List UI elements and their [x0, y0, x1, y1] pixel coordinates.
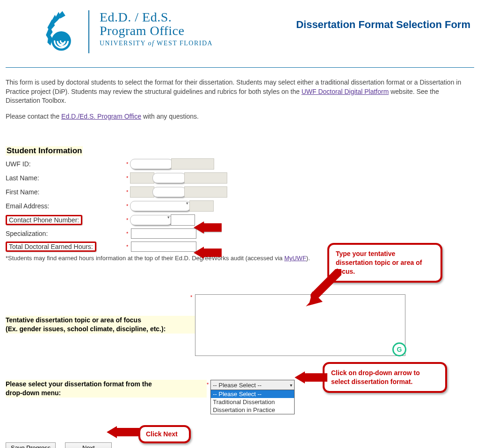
- chevron-down-icon: ▾: [290, 383, 292, 388]
- callout-next: Click Next: [138, 425, 191, 443]
- format-label-1: Please select your dissertation format f…: [6, 380, 152, 388]
- next-button[interactable]: Next: [65, 442, 112, 448]
- callout-format: Click on drop-down arrow to select disse…: [323, 362, 447, 393]
- row-email: Email Address: * ▾: [6, 200, 474, 212]
- logo-block: Ed.D. / Ed.S. Program Office UNIVERSITY …: [6, 6, 213, 53]
- dropdown-option-0[interactable]: -- Please Select --: [211, 390, 294, 398]
- label-specialization: Specialization:: [6, 230, 126, 237]
- row-uwf-id: UWF ID: *: [6, 158, 474, 170]
- label-hours: Total Doctoral Earned Hours:: [9, 243, 93, 250]
- caret-icon: ▾: [186, 201, 188, 206]
- specialization-input[interactable]: [131, 228, 196, 239]
- link-doctoral-platform[interactable]: UWF Doctoral Digital Platform: [302, 88, 389, 95]
- hours-input[interactable]: [131, 242, 196, 252]
- row-specialization: Specialization: *: [6, 228, 474, 239]
- uwf-id-input[interactable]: [130, 159, 173, 169]
- univ-post: WEST FLORIDA: [154, 40, 213, 47]
- required-icon: *: [126, 161, 128, 167]
- hours-highlight: Total Doctoral Earned Hours:: [6, 242, 96, 252]
- last-name-input[interactable]: [152, 173, 186, 183]
- required-icon: *: [190, 294, 192, 300]
- dropdown-option-2[interactable]: Dissertation in Practice: [211, 406, 294, 414]
- topic-textarea[interactable]: [195, 294, 405, 356]
- page-title: Dissertation Format Selection Form: [296, 6, 474, 31]
- label-phone: Contact Phone Number:: [9, 216, 79, 224]
- row-first-name: First Name: *: [6, 186, 474, 198]
- label-uwf-id: UWF ID:: [6, 160, 126, 168]
- nautilus-icon: [41, 10, 78, 52]
- logo-line-2: Program Office: [100, 24, 213, 37]
- uwf-id-extra: [171, 158, 214, 170]
- intro-p2a: Please contact the: [6, 113, 61, 120]
- footnote-b: ).: [306, 255, 310, 262]
- required-icon: *: [126, 203, 128, 209]
- first-name-prefix: [130, 186, 154, 198]
- row-phone: Contact Phone Number: * ▾: [6, 214, 474, 226]
- topic-label-2: (Ex. gender issues, school climate, disc…: [6, 325, 166, 333]
- format-label: Please select your dissertation format f…: [6, 380, 207, 398]
- label-first-name: First Name:: [6, 188, 126, 196]
- footnote-a: *Students may find earned hours informat…: [6, 255, 284, 262]
- link-myuwf[interactable]: MyUWF: [284, 255, 306, 262]
- callout-topic: Type your tentative dissertation topic o…: [327, 243, 442, 283]
- logo-text: Ed.D. / Ed.S. Program Office UNIVERSITY …: [98, 10, 213, 47]
- format-dropdown[interactable]: -- Please Select -- ▾ -- Please Select -…: [210, 380, 295, 414]
- intro-text: This form is used by doctoral students t…: [6, 78, 474, 121]
- logo-separator: [88, 10, 89, 53]
- divider: [6, 67, 474, 68]
- univ-pre: UNIVERSITY: [100, 40, 148, 47]
- email-input[interactable]: [130, 201, 191, 211]
- phone-highlight: Contact Phone Number:: [6, 215, 82, 225]
- logo-university: UNIVERSITY of WEST FLORIDA: [100, 40, 213, 47]
- header: Ed.D. / Ed.S. Program Office UNIVERSITY …: [6, 6, 474, 53]
- dropdown-selected[interactable]: -- Please Select -- ▾: [210, 380, 295, 390]
- last-name-extra: [184, 172, 227, 184]
- required-icon: *: [126, 189, 128, 195]
- row-last-name: Last Name: *: [6, 172, 474, 184]
- last-name-prefix: [130, 172, 154, 184]
- button-row: Save Progress Next: [6, 442, 474, 448]
- required-icon: *: [126, 244, 128, 249]
- topic-label: Tentative dissertation topic or area of …: [6, 316, 195, 334]
- label-hours-wrap: Total Doctoral Earned Hours:: [6, 242, 126, 252]
- univ-of: of: [148, 40, 154, 47]
- first-name-input[interactable]: [152, 187, 186, 197]
- section-student-info: Student Information: [6, 146, 83, 156]
- required-icon: *: [126, 231, 128, 236]
- label-phone-wrap: Contact Phone Number:: [6, 215, 126, 225]
- label-last-name: Last Name:: [6, 174, 126, 182]
- caret-icon: ▾: [167, 215, 170, 220]
- phone-input[interactable]: [130, 215, 172, 225]
- dropdown-selected-text: -- Please Select --: [213, 382, 261, 389]
- topic-label-1: Tentative dissertation topic or area of …: [6, 316, 141, 324]
- dropdown-list: -- Please Select -- Traditional Disserta…: [210, 390, 295, 414]
- format-label-2: drop-down menu:: [6, 389, 61, 397]
- intro-p2b: with any questions.: [141, 113, 199, 120]
- required-icon: *: [126, 217, 128, 223]
- first-name-extra: [184, 186, 227, 198]
- required-icon: *: [126, 175, 128, 181]
- arrow-icon: [107, 426, 139, 438]
- phone-extra: [171, 214, 195, 226]
- email-extra: [189, 200, 214, 212]
- svg-marker-13: [107, 426, 139, 438]
- label-email: Email Address:: [6, 202, 126, 210]
- link-program-office[interactable]: Ed.D./Ed.S. Program Office: [61, 113, 141, 120]
- logo-line-1: Ed.D. / Ed.S.: [100, 10, 213, 24]
- dropdown-option-1[interactable]: Traditional Dissertation: [211, 398, 294, 406]
- save-progress-button[interactable]: Save Progress: [6, 442, 56, 448]
- topic-area: Tentative dissertation topic or area of …: [6, 294, 474, 357]
- required-icon: *: [207, 382, 209, 414]
